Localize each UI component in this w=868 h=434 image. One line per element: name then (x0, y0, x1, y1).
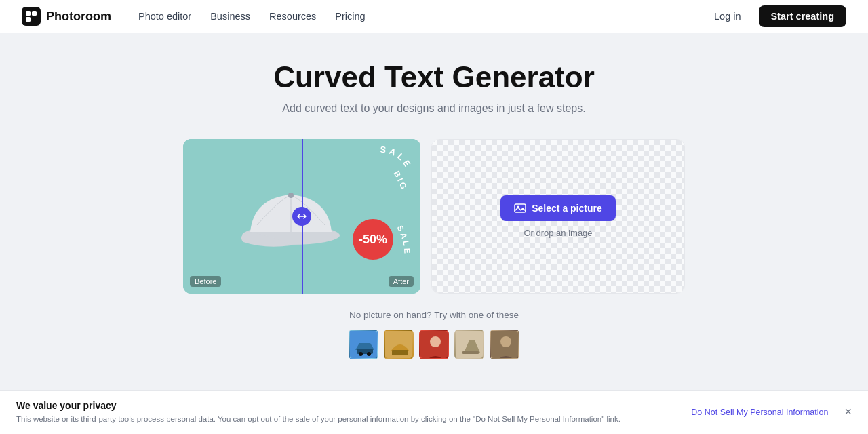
svg-rect-8 (515, 204, 526, 212)
sample-thumb-car[interactable] (349, 330, 378, 359)
svg-text:SALE: SALE (395, 224, 412, 256)
sample-thumb-person2[interactable] (490, 330, 519, 359)
start-creating-button[interactable]: Start creating (759, 5, 846, 27)
samples-label: No picture on hand? Try with one of thes… (349, 310, 519, 320)
privacy-title: We value your privacy (16, 400, 691, 411)
sample-thumb-object[interactable] (454, 330, 484, 359)
nav-photo-editor[interactable]: Photo editor (138, 11, 191, 22)
svg-rect-2 (26, 17, 31, 22)
page-title: Curved Text Generator (273, 60, 595, 94)
nav-links: Photo editor Business Resources Pricing (138, 11, 366, 22)
select-picture-button[interactable]: Select a picture (500, 195, 616, 221)
split-handle[interactable] (292, 207, 311, 226)
svg-rect-0 (26, 11, 31, 16)
privacy-close-button[interactable]: × (844, 405, 852, 419)
demo-area: SALE BIG SALE -50% (183, 139, 685, 294)
svg-rect-1 (32, 11, 37, 16)
nav-pricing[interactable]: Pricing (335, 11, 365, 22)
after-label: After (389, 276, 414, 287)
svg-rect-19 (462, 351, 479, 354)
nav-resources[interactable]: Resources (269, 11, 316, 22)
privacy-text: This website or its third-party tools pr… (16, 414, 627, 425)
sample-images (349, 330, 519, 359)
svg-point-12 (359, 352, 363, 356)
drop-content: Select a picture Or drop an image (500, 195, 616, 238)
navbar-right: Log in Start creating (705, 5, 846, 27)
nav-business[interactable]: Business (210, 11, 250, 22)
discount-text: -50% (359, 233, 387, 247)
svg-text:SALE: SALE (380, 144, 414, 171)
svg-point-13 (367, 352, 371, 356)
drop-or-text: Or drop an image (524, 228, 592, 238)
svg-text:BIG: BIG (392, 170, 410, 193)
svg-rect-15 (392, 350, 408, 355)
privacy-left: We value your privacy This website or it… (16, 400, 691, 425)
sample-thumb-food[interactable] (384, 330, 414, 359)
svg-point-4 (288, 193, 294, 198)
preview-background: SALE BIG SALE -50% (183, 139, 420, 294)
preview-panel: SALE BIG SALE -50% (183, 139, 420, 294)
hat-container (237, 178, 345, 255)
before-label: Before (190, 276, 221, 287)
logo-icon (22, 7, 41, 26)
logo-link[interactable]: Photoroom (22, 7, 111, 26)
drop-zone[interactable]: Select a picture Or drop an image (431, 139, 685, 294)
main-content: Curved Text Generator Add curved text to… (0, 33, 868, 380)
svg-point-21 (500, 336, 511, 347)
svg-point-17 (430, 336, 441, 347)
image-icon (514, 202, 526, 214)
page-subtitle: Add curved text to your designs and imag… (282, 102, 585, 115)
discount-badge: -50% (353, 219, 393, 260)
samples-section: No picture on hand? Try with one of thes… (349, 310, 519, 359)
logo-text: Photoroom (46, 9, 111, 24)
privacy-banner: We value your privacy This website or it… (0, 390, 868, 434)
sample-thumb-person1[interactable] (419, 330, 449, 359)
privacy-right: Do Not Sell My Personal Information × (691, 405, 852, 419)
navbar-left: Photoroom Photo editor Business Resource… (22, 7, 366, 26)
navbar: Photoroom Photo editor Business Resource… (0, 0, 868, 33)
privacy-link[interactable]: Do Not Sell My Personal Information (691, 408, 828, 417)
login-button[interactable]: Log in (705, 7, 751, 26)
